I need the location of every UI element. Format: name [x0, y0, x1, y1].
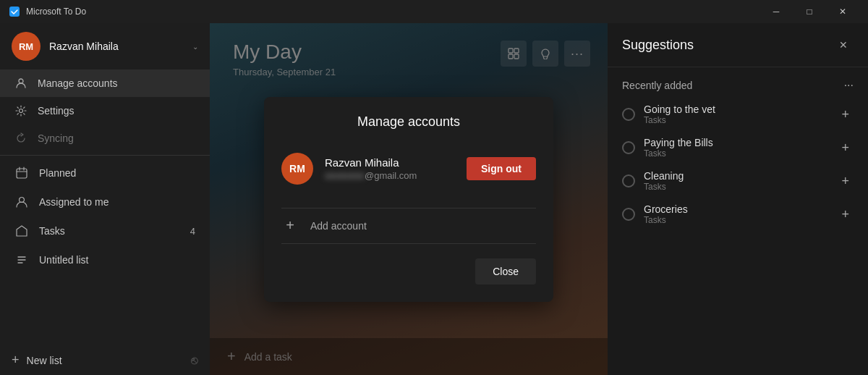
suggestion-item-2[interactable]: Paying the Bills Tasks +: [608, 131, 868, 164]
svg-point-2: [20, 109, 23, 113]
suggestions-section: Recently added ··· Going to the vet Task…: [608, 67, 868, 240]
suggestion-text-1: Going to the vet Tasks: [644, 104, 828, 125]
avatar: RM: [12, 32, 41, 61]
recently-added-label: Recently added: [622, 80, 692, 91]
sidebar-divider: [0, 155, 210, 156]
suggestions-panel: Suggestions ✕ Recently added ··· Going t…: [608, 23, 868, 375]
close-button[interactable]: ✕: [826, 0, 859, 23]
modal-account-name: Razvan Mihaila: [325, 156, 455, 169]
sidebar-item-tasks[interactable]: Tasks 4: [0, 216, 210, 245]
sidebar-item-untitled[interactable]: Untitled list: [0, 245, 210, 274]
window-controls: ─ □ ✕: [760, 0, 859, 23]
sidebar-item-planned[interactable]: Planned: [0, 159, 210, 188]
sidebar-item-syncing[interactable]: Syncing: [0, 125, 210, 152]
sign-out-button[interactable]: Sign out: [467, 157, 536, 180]
suggestion-circle-1: [622, 108, 635, 121]
suggestions-header: Suggestions ✕: [608, 23, 868, 67]
suggestion-add-2[interactable]: +: [837, 139, 854, 157]
modal-title: Manage accounts: [281, 114, 536, 130]
suggestion-circle-2: [622, 141, 635, 154]
suggestion-text-3: Cleaning Tasks: [644, 170, 828, 192]
manage-accounts-label: Manage accounts: [38, 77, 118, 89]
sidebar-item-settings[interactable]: Settings: [0, 97, 210, 125]
suggestions-section-header: Recently added ···: [608, 76, 868, 98]
titlebar: Microsoft To Do ─ □ ✕: [0, 0, 868, 23]
new-list-left: + New list: [12, 353, 62, 368]
person-icon: [14, 77, 27, 90]
suggestion-add-1[interactable]: +: [837, 106, 854, 124]
modal-account: RM Razvan Mihaila ●●●●●●●@gmail.com Sign…: [281, 147, 536, 190]
suggestion-circle-4: [622, 208, 635, 221]
list-icon: [14, 253, 29, 267]
suggestion-add-4[interactable]: +: [837, 206, 854, 224]
suggestion-item-4[interactable]: Groceries Tasks +: [608, 198, 868, 231]
settings-label: Settings: [38, 105, 75, 117]
maximize-button[interactable]: □: [793, 0, 826, 23]
suggestions-more-button[interactable]: ···: [844, 79, 854, 92]
suggestion-circle-3: [622, 174, 635, 188]
sidebar-item-manage-accounts[interactable]: Manage accounts: [0, 69, 210, 97]
add-account-row[interactable]: + Add account: [281, 208, 536, 244]
suggestions-close-button[interactable]: ✕: [833, 35, 854, 55]
suggestion-item-3[interactable]: Cleaning Tasks +: [608, 164, 868, 198]
main-area: My Day Thursday, September 21 ···: [210, 23, 608, 375]
new-list-label: New list: [27, 355, 62, 366]
app-title: Microsoft To Do: [26, 7, 86, 17]
close-modal-button[interactable]: Close: [475, 258, 536, 285]
suggestion-add-3[interactable]: +: [837, 172, 854, 190]
modal-account-email: ●●●●●●●@gmail.com: [325, 170, 455, 181]
user-header[interactable]: RM Razvan Mihaila ⌄: [0, 23, 210, 69]
sidebar: RM Razvan Mihaila ⌄ Manage accounts: [0, 23, 210, 375]
suggestion-text-2: Paying the Bills Tasks: [644, 137, 828, 159]
suggestion-item-1[interactable]: Going to the vet Tasks +: [608, 98, 868, 131]
add-account-label: Add account: [310, 220, 367, 232]
plus-icon: +: [12, 353, 20, 368]
app-icon: [9, 6, 20, 17]
minimize-button[interactable]: ─: [760, 0, 793, 23]
new-list-footer[interactable]: + New list ⎋: [0, 345, 210, 375]
tasks-badge: 4: [181, 226, 195, 237]
home-icon: [14, 224, 29, 238]
svg-rect-3: [17, 169, 27, 178]
planned-label: Planned: [39, 167, 195, 179]
app-logo: Microsoft To Do: [9, 6, 760, 17]
export-icon: ⎋: [191, 354, 198, 367]
manage-accounts-modal: Manage accounts RM Razvan Mihaila ●●●●●●…: [264, 97, 553, 302]
gear-icon: [14, 104, 27, 117]
modal-footer: Close: [281, 258, 536, 285]
chevron-down-icon: ⌄: [192, 43, 198, 51]
untitled-list-label: Untitled list: [39, 254, 88, 266]
add-account-icon: +: [281, 217, 299, 235]
app-body: RM Razvan Mihaila ⌄ Manage accounts: [0, 23, 868, 375]
modal-overlay: Manage accounts RM Razvan Mihaila ●●●●●●…: [210, 23, 608, 375]
syncing-label: Syncing: [38, 132, 74, 144]
calendar-icon: [14, 166, 29, 180]
tasks-label: Tasks: [39, 225, 171, 237]
modal-avatar: RM: [281, 153, 313, 185]
assigned-label: Assigned to me: [39, 196, 195, 208]
suggestion-text-4: Groceries Tasks: [644, 203, 828, 225]
svg-rect-0: [9, 7, 20, 17]
modal-account-info: Razvan Mihaila ●●●●●●●@gmail.com: [325, 156, 455, 181]
sidebar-item-assigned[interactable]: Assigned to me: [0, 188, 210, 216]
user-name: Razvan Mihaila: [49, 41, 184, 52]
assigned-icon: [14, 195, 29, 209]
modal-avatar-initials: RM: [289, 163, 305, 174]
sync-icon: [14, 132, 27, 145]
suggestions-title: Suggestions: [622, 38, 694, 53]
svg-point-1: [19, 79, 23, 83]
